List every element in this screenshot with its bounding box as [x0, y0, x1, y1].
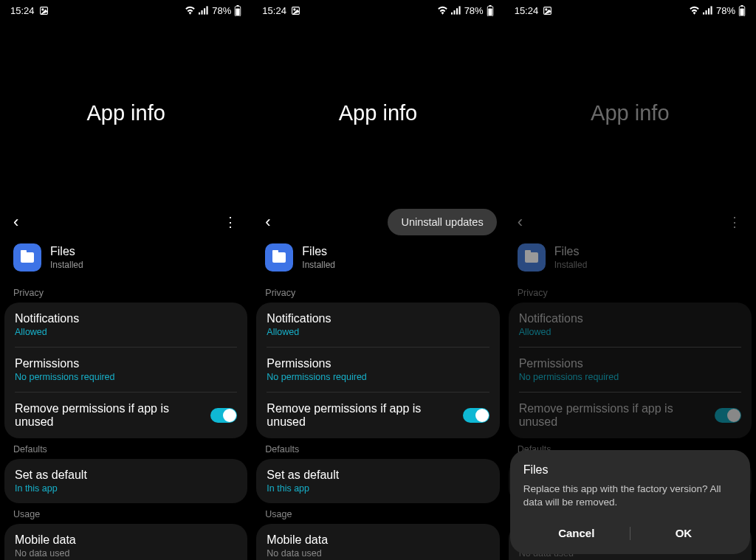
set-default-title: Set as default: [15, 469, 237, 482]
set-default-row[interactable]: Set as default In this app: [256, 459, 499, 503]
remove-perms-row[interactable]: Remove permissions if app is unused: [4, 393, 247, 438]
screenshot-icon: [543, 6, 552, 15]
battery-pct: 78%: [212, 5, 231, 16]
mobile-data-sub: No data used: [15, 548, 237, 559]
app-header-row: Files Installed: [0, 239, 252, 282]
signal-icon: [199, 6, 209, 15]
svg-rect-23: [710, 6, 712, 14]
app-status: Installed: [554, 260, 588, 270]
screenshot-icon: [39, 6, 49, 15]
remove-perms-title: Remove permissions if app is unused: [15, 402, 210, 429]
defaults-card: Set as default In this app: [256, 459, 499, 503]
notifications-row[interactable]: Notifications Allowed: [256, 303, 499, 347]
svg-rect-21: [705, 10, 707, 15]
dialog-title: Files: [523, 463, 737, 477]
dialog-message: Replace this app with the factory versio…: [523, 483, 737, 509]
permissions-title: Permissions: [267, 357, 489, 370]
app-icon: [518, 243, 546, 272]
notifications-row: Notifications Allowed: [509, 303, 752, 347]
app-status: Installed: [50, 260, 83, 270]
svg-point-19: [546, 8, 547, 10]
svg-rect-26: [740, 8, 743, 15]
permissions-sub: No permissions required: [267, 372, 489, 382]
svg-rect-5: [207, 6, 208, 14]
wifi-icon: [437, 6, 448, 15]
notifications-row[interactable]: Notifications Allowed: [4, 303, 247, 347]
battery-pct: 78%: [716, 5, 735, 16]
app-header-row: Files Installed: [252, 239, 504, 282]
folder-icon: [21, 252, 34, 263]
notifications-sub: Allowed: [15, 327, 237, 337]
svg-point-1: [41, 8, 43, 10]
app-name: Files: [302, 245, 335, 258]
privacy-card: Notifications Allowed Permissions No per…: [509, 303, 752, 438]
title-area: App info: [504, 21, 756, 205]
notifications-title: Notifications: [267, 312, 489, 325]
signal-icon: [451, 6, 461, 15]
status-time: 15:24: [10, 5, 35, 16]
set-default-title: Set as default: [267, 469, 489, 482]
confirm-dialog: Files Replace this app with the factory …: [510, 450, 750, 554]
screenshot-icon: [291, 6, 300, 15]
status-bar: 15:24 78%: [504, 0, 756, 21]
section-usage-label: Usage: [0, 503, 252, 524]
section-usage-label: Usage: [252, 503, 504, 524]
status-time: 15:24: [515, 5, 539, 16]
mobile-data-row[interactable]: Mobile data No data used: [4, 524, 247, 560]
uninstall-updates-button[interactable]: Uninstall updates: [388, 209, 496, 235]
toolbar: ‹ Uninstall updates: [252, 205, 504, 239]
toolbar: ‹ ⋮: [0, 205, 252, 239]
remove-perms-toggle[interactable]: [210, 408, 237, 423]
remove-perms-toggle: [715, 408, 741, 423]
app-header-row: Files Installed: [504, 239, 756, 282]
cancel-button[interactable]: Cancel: [523, 519, 630, 547]
page-title: App info: [86, 101, 165, 125]
page-title: App info: [339, 101, 417, 125]
permissions-row[interactable]: Permissions No permissions required: [256, 348, 499, 392]
permissions-title: Permissions: [519, 357, 741, 370]
more-menu-button[interactable]: ⋮: [218, 211, 241, 233]
usage-card: Mobile data No data used: [4, 524, 247, 560]
set-default-row[interactable]: Set as default In this app: [4, 459, 247, 503]
defaults-card: Set as default In this app: [4, 459, 247, 503]
battery-icon: [234, 5, 241, 16]
remove-perms-row[interactable]: Remove permissions if app is unused: [256, 393, 499, 438]
section-defaults-label: Defaults: [252, 438, 504, 459]
battery-icon: [738, 5, 746, 16]
mobile-data-title: Mobile data: [15, 533, 237, 547]
back-button[interactable]: ‹: [262, 210, 273, 235]
mobile-data-row[interactable]: Mobile data No data used: [256, 524, 499, 560]
remove-perms-toggle[interactable]: [463, 408, 489, 423]
usage-card: Mobile data No data used: [256, 524, 499, 560]
permissions-title: Permissions: [15, 357, 237, 370]
folder-icon: [272, 252, 286, 263]
app-icon: [13, 243, 41, 272]
phone-screen-3: 15:24 78% App info ‹ ⋮ Files Installed P…: [504, 0, 756, 560]
ok-button[interactable]: OK: [630, 519, 737, 547]
svg-rect-17: [488, 8, 492, 15]
app-name: Files: [50, 245, 83, 258]
svg-rect-22: [708, 8, 709, 14]
section-defaults-label: Defaults: [0, 438, 252, 459]
svg-rect-8: [236, 8, 240, 15]
privacy-card: Notifications Allowed Permissions No per…: [4, 303, 247, 438]
mobile-data-sub: No data used: [267, 548, 489, 559]
permissions-row[interactable]: Permissions No permissions required: [4, 348, 247, 392]
svg-rect-11: [451, 13, 453, 15]
section-privacy-label: Privacy: [0, 282, 252, 303]
remove-perms-title: Remove permissions if app is unused: [519, 402, 715, 429]
notifications-title: Notifications: [519, 312, 741, 325]
svg-point-10: [294, 8, 295, 10]
title-area: App info: [252, 21, 504, 205]
permissions-sub: No permissions required: [15, 372, 237, 382]
folder-icon: [525, 252, 538, 263]
remove-perms-row: Remove permissions if app is unused: [509, 393, 752, 438]
battery-icon: [487, 5, 494, 16]
svg-rect-20: [703, 13, 704, 15]
status-time: 15:24: [262, 5, 286, 16]
notifications-sub: Allowed: [519, 327, 741, 337]
svg-rect-2: [199, 13, 200, 15]
status-bar: 15:24 78%: [0, 0, 252, 21]
back-button[interactable]: ‹: [10, 210, 21, 235]
svg-rect-3: [202, 10, 203, 15]
